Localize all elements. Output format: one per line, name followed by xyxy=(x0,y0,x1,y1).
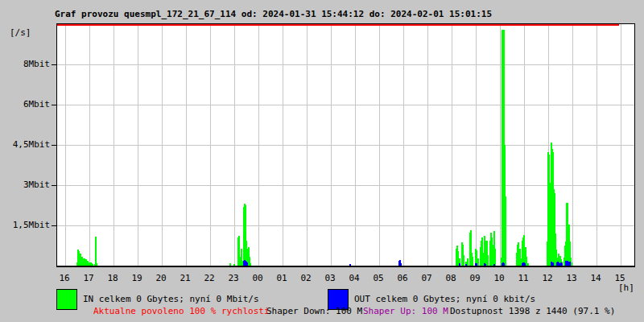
in-traffic-bar xyxy=(477,258,479,266)
gridline-horizontal xyxy=(57,64,634,65)
x-tick-label: 14 xyxy=(586,273,605,283)
x-tick-label: 03 xyxy=(320,273,340,283)
out-traffic-bar xyxy=(400,263,402,266)
in-traffic-bar xyxy=(467,258,469,266)
x-tick-label: 10 xyxy=(489,273,509,283)
in-traffic-bar xyxy=(95,237,97,266)
y-tick-label: 3Mbit xyxy=(0,180,50,190)
x-tick-label: 13 xyxy=(562,273,581,283)
y-tick-mark xyxy=(52,185,56,186)
out-traffic-bar xyxy=(246,262,248,266)
out-traffic-bar xyxy=(493,264,495,266)
x-tick-label: 11 xyxy=(514,273,533,283)
out-traffic-bar xyxy=(349,264,351,266)
out-traffic-bar xyxy=(485,264,486,266)
x-tick-label: 17 xyxy=(79,273,98,283)
in-traffic-bar xyxy=(250,263,251,266)
out-traffic-bar xyxy=(459,263,460,266)
x-tick-label: 06 xyxy=(393,273,412,283)
out-traffic-bar xyxy=(569,262,571,266)
in-traffic-bar xyxy=(487,255,489,266)
status-shaper-down: Shaper Down: 100 M xyxy=(266,306,362,316)
chart-title: Graf provozu quesmpl_172_21_67_114 od: 2… xyxy=(55,9,492,19)
x-axis-unit-label: [h] xyxy=(618,283,634,293)
x-tick-label: 04 xyxy=(345,273,364,283)
in-traffic-bar xyxy=(505,196,506,266)
traffic-graph-window: Graf provozu quesmpl_172_21_67_114 od: 2… xyxy=(0,0,644,322)
x-tick-label: 00 xyxy=(248,273,267,283)
gridline-horizontal xyxy=(57,145,634,146)
out-traffic-bar xyxy=(524,263,526,266)
status-shaper-up: Shaper Up: 100 M xyxy=(363,306,448,316)
y-tick-label: 6Mbit xyxy=(0,100,50,109)
status-availability: Dostupnost 1398 z 1440 (97.1 %) xyxy=(450,306,615,316)
y-axis-unit-label: [/s] xyxy=(10,27,31,38)
x-tick-label: 01 xyxy=(272,273,291,283)
in-traffic-bar xyxy=(571,262,572,266)
y-tick-mark xyxy=(52,105,56,105)
y-tick-mark xyxy=(52,225,56,226)
x-tick-label: 07 xyxy=(417,273,436,283)
in-traffic-bar xyxy=(463,255,464,266)
out-traffic-bar xyxy=(503,263,505,266)
in-traffic-bar xyxy=(494,249,496,266)
out-traffic-bar xyxy=(476,263,477,266)
x-tick-label: 02 xyxy=(296,273,316,283)
x-tick-label: 21 xyxy=(175,273,195,283)
x-tick-label: 12 xyxy=(538,273,557,283)
y-tick-label: 8Mbit xyxy=(0,60,50,69)
x-tick-label: 20 xyxy=(151,273,171,283)
y-tick-label: 4,5Mbit xyxy=(0,140,50,150)
limit-line xyxy=(57,24,619,26)
x-tick-label: 05 xyxy=(369,273,388,283)
plot-area xyxy=(56,23,635,267)
y-tick-mark xyxy=(52,145,56,146)
in-legend-label: IN celkem 0 Gbytes; nyní 0 Mbit/s xyxy=(83,294,259,304)
in-traffic-bar xyxy=(233,264,235,266)
status-allowed-speed: Aktualne povoleno 100 % rychlosti xyxy=(93,306,270,316)
in-traffic-bar xyxy=(527,263,529,266)
in-legend-swatch xyxy=(56,289,77,310)
out-traffic-bar xyxy=(561,263,563,266)
x-tick-label: 22 xyxy=(200,273,219,283)
y-tick-label: 1,5Mbit xyxy=(0,221,50,230)
out-legend-label: OUT celkem 0 Gbytes; nyní 0 kbit/s xyxy=(354,294,535,304)
x-tick-label: 23 xyxy=(224,273,243,283)
x-tick-label: 08 xyxy=(441,273,460,283)
in-traffic-bar xyxy=(229,263,231,266)
out-traffic-bar xyxy=(552,262,554,266)
x-tick-label: 09 xyxy=(465,273,485,283)
x-tick-label: 18 xyxy=(103,273,122,283)
gridline-horizontal xyxy=(57,105,634,105)
in-traffic-bar xyxy=(472,257,473,266)
out-traffic-bar xyxy=(465,264,467,266)
in-traffic-bar xyxy=(96,263,97,266)
in-traffic-bar xyxy=(92,264,93,266)
x-tick-label: 19 xyxy=(127,273,147,283)
x-tick-label: 16 xyxy=(55,273,74,283)
y-tick-mark xyxy=(52,64,56,65)
